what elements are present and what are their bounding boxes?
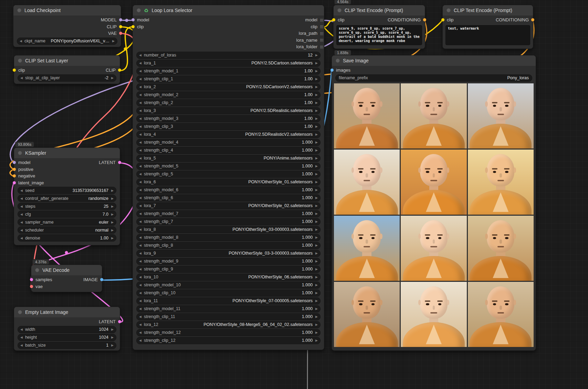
stop-at-clip-layer-widget[interactable]: ◀ stop_at_clip_layer -2 ▶	[18, 74, 116, 82]
output-model[interactable]: MODEL	[101, 17, 122, 23]
node-load-checkpoint[interactable]: Load Checkpoint MODEL CLIP VAE ◀	[13, 5, 121, 47]
decrement-arrow[interactable]: ◀	[20, 39, 22, 43]
combo-widget[interactable]: ◀ strength_model_7 1.000 ▶	[136, 210, 321, 217]
combo-widget[interactable]: ◀ lora_8 PONY/OtherStyle_03-000003.safet…	[136, 226, 321, 233]
decrement-arrow[interactable]: ◀	[139, 299, 141, 303]
node-clip-set-last-layer[interactable]: CLIP Set Last Layer clip CLIP ◀ stop_at_…	[14, 55, 120, 84]
combo-widget[interactable]: ◀ control_after_generate randomize ▶	[18, 195, 116, 202]
decrement-arrow[interactable]: ◀	[139, 101, 141, 104]
decrement-arrow[interactable]: ◀	[20, 336, 23, 339]
decrement-arrow[interactable]: ◀	[139, 61, 141, 65]
combo-widget[interactable]: ◀ strength_clip_4 1.000 ▶	[136, 147, 321, 154]
decrement-arrow[interactable]: ◀	[139, 69, 141, 73]
combo-widget[interactable]: ◀ scheduler normal ▶	[18, 226, 116, 234]
output-model[interactable]: model	[305, 17, 325, 23]
decrement-arrow[interactable]: ◀	[20, 76, 23, 80]
node-ksampler[interactable]: KSampler model positive negative lat	[14, 147, 120, 245]
node-loop-lora-selector[interactable]: ♻ Loop Lora Selector model clip model	[133, 5, 324, 350]
increment-arrow[interactable]: ▶	[315, 212, 318, 215]
decrement-arrow[interactable]: ◀	[139, 93, 141, 96]
combo-widget[interactable]: ◀ lora_11 PONY/OtherStyle_07-000005.safe…	[136, 297, 321, 305]
combo-widget[interactable]: ◀ strength_clip_3 1.00 ▶	[136, 123, 321, 130]
node-save-image[interactable]: Save Image images filename_prefix Pony_l…	[332, 55, 536, 351]
increment-arrow[interactable]: ▶	[315, 172, 318, 176]
increment-arrow[interactable]: ▶	[315, 164, 318, 168]
node-clip-text-encode-positive[interactable]: CLIP Text Encode (Prompt) clip CONDITION…	[333, 5, 425, 49]
increment-arrow[interactable]: ▶	[315, 236, 318, 239]
decrement-arrow[interactable]: ◀	[139, 315, 141, 318]
combo-widget[interactable]: ◀ strength_model_6 1.000 ▶	[136, 186, 321, 194]
decrement-arrow[interactable]: ◀	[20, 189, 23, 192]
node-header[interactable]: KSampler	[14, 148, 120, 158]
increment-arrow[interactable]: ▶	[111, 344, 114, 347]
node-header[interactable]: ♻ Loop Lora Selector	[133, 5, 324, 16]
combo-widget[interactable]: ◀ strength_clip_9 1.000 ▶	[136, 266, 321, 273]
output-conditioning[interactable]: CONDITIONING	[496, 17, 534, 23]
combo-widget[interactable]: ◀ strength_clip_11 1.000 ▶	[136, 313, 321, 320]
decrement-arrow[interactable]: ◀	[139, 323, 141, 326]
output-clip[interactable]: clip	[311, 23, 325, 30]
generated-image[interactable]	[401, 282, 466, 347]
output-latent[interactable]: LATENT	[99, 318, 121, 325]
decrement-arrow[interactable]: ◀	[139, 117, 141, 120]
increment-arrow[interactable]: ▶	[315, 196, 318, 199]
node-empty-latent-image[interactable]: Empty Latent Image LATENT ◀ width 1024 ▶…	[14, 307, 120, 351]
node-header[interactable]: Load Checkpoint	[13, 5, 121, 16]
decrement-arrow[interactable]: ◀	[139, 252, 141, 255]
node-header[interactable]: Save Image	[332, 55, 536, 66]
combo-widget[interactable]: ◀ strength_model_11 1.000 ▶	[136, 305, 321, 313]
increment-arrow[interactable]: ▶	[315, 93, 318, 96]
increment-arrow[interactable]: ▶	[111, 236, 114, 240]
combo-widget[interactable]: ◀ batch_size 1 ▶	[18, 342, 116, 349]
decrement-arrow[interactable]: ◀	[139, 307, 141, 310]
collapse-dot[interactable]	[17, 8, 21, 12]
increment-arrow[interactable]: ▶	[315, 291, 318, 295]
combo-widget[interactable]: ◀ strength_model_1 1.00 ▶	[136, 68, 321, 75]
decrement-arrow[interactable]: ◀	[139, 172, 141, 176]
increment-arrow[interactable]: ▶	[315, 85, 318, 89]
combo-widget[interactable]: ◀ width 1024 ▶	[18, 326, 116, 333]
increment-arrow[interactable]: ▶	[315, 228, 318, 231]
combo-widget[interactable]: ◀ denoise 1.00 ▶	[18, 234, 116, 242]
combo-widget[interactable]: ◀ lora_5 PONY/Anime.safetensors ▶	[136, 155, 321, 162]
node-header[interactable]: Empty Latent Image	[14, 307, 120, 317]
input-clip[interactable]: clip	[13, 67, 25, 74]
decrement-arrow[interactable]: ◀	[139, 180, 141, 184]
increment-arrow[interactable]: ▶	[315, 77, 318, 81]
combo-widget[interactable]: ◀ strength_model_4 1.000 ▶	[136, 139, 321, 146]
node-vae-decode[interactable]: VAE Decode samples vae IMAGE	[31, 265, 102, 292]
increment-arrow[interactable]: ▶	[315, 315, 318, 318]
increment-arrow[interactable]: ▶	[315, 133, 318, 136]
output-latent[interactable]: LATENT	[99, 159, 121, 166]
generated-image[interactable]	[334, 216, 400, 281]
increment-arrow[interactable]: ▶	[111, 228, 114, 232]
increment-arrow[interactable]: ▶	[315, 220, 318, 223]
collapse-dot[interactable]	[336, 59, 340, 63]
increment-arrow[interactable]: ▶	[315, 331, 318, 334]
input-clip[interactable]: clip	[132, 23, 149, 30]
decrement-arrow[interactable]: ◀	[139, 259, 141, 263]
combo-widget[interactable]: ◀ cfg 7.0 ▶	[18, 211, 116, 218]
collapse-dot[interactable]	[35, 268, 39, 272]
increment-arrow[interactable]: ▶	[315, 252, 318, 255]
output-clip[interactable]: CLIP	[106, 67, 121, 74]
increment-arrow[interactable]: ▶	[315, 259, 318, 263]
generated-image[interactable]	[334, 282, 400, 347]
decrement-arrow[interactable]: ◀	[139, 164, 141, 168]
output-clip[interactable]: CLIP	[107, 23, 122, 30]
node-graph-canvas[interactable]: 4.564s 1.838s 93.806s 4.376s Load Checkp…	[0, 0, 588, 389]
decrement-arrow[interactable]: ◀	[139, 331, 141, 334]
input-model[interactable]: model	[13, 159, 44, 166]
combo-widget[interactable]: ◀ strength_clip_12 1.000 ▶	[136, 337, 321, 344]
input-clip[interactable]: clip	[332, 17, 345, 23]
decrement-arrow[interactable]: ◀	[139, 236, 141, 239]
input-samples[interactable]: samples	[30, 276, 52, 283]
combo-widget[interactable]: ◀ strength_clip_2 1.00 ▶	[136, 99, 321, 106]
decrement-arrow[interactable]: ◀	[139, 149, 141, 152]
node-header[interactable]: CLIP Text Encode (Prompt)	[443, 5, 533, 16]
output-lora-folder[interactable]: lora_folder	[296, 43, 325, 50]
decrement-arrow[interactable]: ◀	[139, 77, 141, 81]
combo-widget[interactable]: ◀ lora_12 PONY/OtherStyle_08-Merge5_06_0…	[136, 321, 321, 328]
decrement-arrow[interactable]: ◀	[139, 275, 141, 279]
generated-image[interactable]	[401, 83, 466, 149]
